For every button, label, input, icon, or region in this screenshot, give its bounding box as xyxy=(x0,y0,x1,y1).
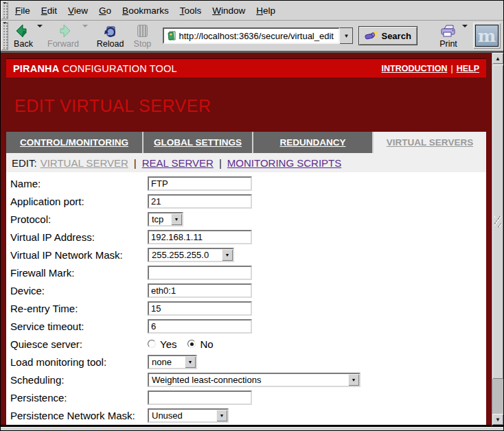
scroll-down-button[interactable]: ▼ xyxy=(492,414,503,425)
device-input[interactable] xyxy=(148,283,252,298)
back-icon xyxy=(16,23,31,38)
quiesce-radio-group: Yes No xyxy=(148,338,220,350)
navigation-toolbar: Back Forward xyxy=(1,21,503,53)
firewall-mark-input[interactable] xyxy=(148,266,252,280)
menu-file[interactable]: File xyxy=(10,3,36,19)
piranha-header-bar: PIRANHA CONFIGURATION TOOL INTRODUCTION … xyxy=(6,58,486,78)
forward-dropdown-icon[interactable] xyxy=(82,25,88,30)
menu-bookmarks[interactable]: Bookmarks xyxy=(117,3,174,19)
stop-icon xyxy=(137,23,148,38)
chevron-down-icon: ▼ xyxy=(344,33,350,39)
forward-icon xyxy=(56,23,71,38)
vertical-scrollbar[interactable]: ▲ ▼ xyxy=(492,53,503,427)
url-history-dropdown[interactable]: ▼ xyxy=(340,27,353,44)
forward-button[interactable]: Forward xyxy=(44,21,82,51)
name-input[interactable] xyxy=(148,176,252,191)
url-input[interactable] xyxy=(179,31,337,41)
form-row-name: Name: xyxy=(6,174,486,192)
subnav-monitoring-scripts-link[interactable]: MONITORING SCRIPTS xyxy=(227,157,341,169)
menu-go[interactable]: Go xyxy=(93,3,117,19)
persistence-mask-select[interactable]: Unused ▼ xyxy=(148,408,229,423)
url-bookmark-icon[interactable] xyxy=(168,31,176,40)
reload-button[interactable]: Reload xyxy=(93,21,128,51)
scroll-down-icon: ▼ xyxy=(495,417,501,423)
chevron-down-icon: ▼ xyxy=(348,374,359,386)
application-port-input[interactable] xyxy=(148,194,252,209)
page-title: EDIT VIRTUAL SERVER xyxy=(14,96,492,117)
stop-button[interactable]: Stop xyxy=(128,21,156,51)
edit-subnav: EDIT: VIRTUAL SERVER | REAL SERVER | MON… xyxy=(6,153,486,172)
menu-tools[interactable]: Tools xyxy=(174,3,207,19)
tab-global-settings[interactable]: GLOBAL SETTINGS xyxy=(144,132,253,153)
header-link-separator: | xyxy=(450,64,453,73)
url-field[interactable] xyxy=(163,27,340,44)
tab-bar: CONTROL/MONITORING GLOBAL SETTINGS REDUN… xyxy=(1,132,492,153)
search-button[interactable]: Search xyxy=(358,26,417,45)
introduction-link[interactable]: INTRODUCTION xyxy=(382,64,448,73)
scrollbar-thumb[interactable] xyxy=(492,65,503,379)
toolbar-grippy[interactable] xyxy=(1,1,8,19)
window-bottom-frame xyxy=(1,427,503,430)
tab-virtual-servers[interactable]: VIRTUAL SERVERS xyxy=(374,132,486,153)
virtual-server-form: Name: Application port: Protocol: tcp ▼ … xyxy=(6,172,486,425)
page-content: PIRANHA CONFIGURATION TOOL INTRODUCTION … xyxy=(1,53,492,427)
scroll-up-icon: ▲ xyxy=(495,56,501,62)
tab-redundancy[interactable]: REDUNDANCY xyxy=(253,132,374,153)
quiesce-no-radio[interactable] xyxy=(187,340,196,348)
tab-control-monitoring[interactable]: CONTROL/MONITORING xyxy=(6,132,144,153)
form-row-persistence: Persistence: xyxy=(6,388,486,406)
toolbar-grippy[interactable] xyxy=(1,21,8,50)
persistence-input[interactable] xyxy=(148,391,252,405)
form-row-firewall-mark: Firewall Mark: xyxy=(6,264,486,281)
form-row-virtual-ip: Virtual IP Address: xyxy=(6,228,486,246)
throbber-button[interactable]: m xyxy=(473,23,501,49)
service-timeout-input[interactable] xyxy=(148,319,252,334)
reentry-time-input[interactable] xyxy=(148,301,252,316)
quiesce-yes-radio[interactable] xyxy=(148,340,156,348)
protocol-select[interactable]: tcp ▼ xyxy=(148,212,183,226)
menu-window[interactable]: Window xyxy=(207,3,251,19)
form-row-service-timeout: Service timeout: xyxy=(6,317,486,335)
menu-help[interactable]: Help xyxy=(251,3,281,19)
form-row-load-monitoring: Load monitoring tool: none ▼ xyxy=(6,353,486,371)
chevron-down-icon: ▼ xyxy=(171,213,182,225)
virtual-ip-mask-select[interactable]: 255.255.255.0 ▼ xyxy=(148,248,234,262)
chevron-down-icon: ▼ xyxy=(185,356,196,368)
form-row-quiesce-server: Quiesce server: Yes No xyxy=(6,335,486,353)
browser-window: File Edit View Go Bookmarks Tools Window… xyxy=(0,0,504,431)
load-monitoring-select[interactable]: none ▼ xyxy=(148,355,197,369)
menu-edit[interactable]: Edit xyxy=(36,3,62,19)
scheduling-select[interactable]: Weighted least-connections ▼ xyxy=(148,373,360,387)
mozilla-logo-icon: m xyxy=(475,25,499,47)
form-row-persistence-mask: Persistence Network Mask: Unused ▼ xyxy=(6,406,486,424)
subnav-virtual-server-current: VIRTUAL SERVER xyxy=(41,157,128,169)
menu-bar: File Edit View Go Bookmarks Tools Window… xyxy=(1,1,503,21)
chevron-down-icon: ▼ xyxy=(216,410,227,421)
virtual-ip-input[interactable] xyxy=(148,230,252,244)
back-button[interactable]: Back xyxy=(10,21,37,51)
print-icon xyxy=(440,23,457,38)
search-icon xyxy=(365,31,378,41)
form-row-virtual-ip-mask: Virtual IP Network Mask: 255.255.255.0 ▼ xyxy=(6,246,486,264)
form-row-reentry-time: Re-entry Time: xyxy=(6,299,486,317)
form-row-device: Device: xyxy=(6,281,486,299)
edit-prefix-label: EDIT: xyxy=(12,157,37,169)
chevron-down-icon: ▼ xyxy=(222,249,233,261)
form-row-protocol: Protocol: tcp ▼ xyxy=(6,210,486,228)
scroll-up-button[interactable]: ▲ xyxy=(492,53,503,64)
reload-icon xyxy=(104,23,117,38)
subnav-real-server-link[interactable]: REAL SERVER xyxy=(142,157,214,169)
print-dropdown-icon[interactable] xyxy=(462,25,468,30)
app-title: PIRANHA CONFIGURATION TOOL xyxy=(13,63,177,74)
print-button[interactable]: Print xyxy=(435,21,462,51)
menu-view[interactable]: View xyxy=(62,3,93,19)
form-row-application-port: Application port: xyxy=(6,192,486,210)
back-dropdown-icon[interactable] xyxy=(37,25,43,30)
help-link[interactable]: HELP xyxy=(457,64,479,73)
form-row-scheduling: Scheduling: Weighted least-connections ▼ xyxy=(6,371,486,388)
url-box: ▼ Search xyxy=(163,26,417,45)
